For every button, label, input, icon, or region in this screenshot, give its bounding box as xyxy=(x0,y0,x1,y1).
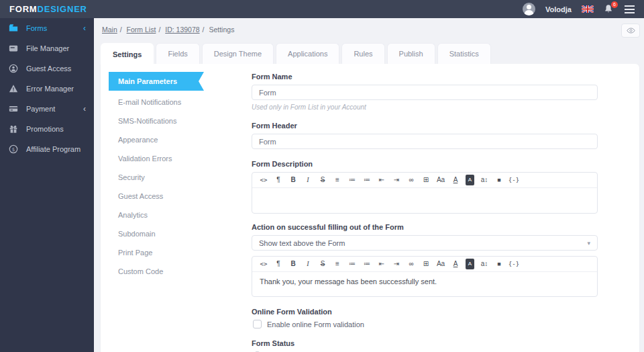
tab-fields[interactable]: Fields xyxy=(156,43,199,64)
form-description-textarea[interactable] xyxy=(252,188,597,213)
checkbox-unchecked[interactable] xyxy=(253,320,262,328)
sidebar-item-affiliate-program[interactable]: $ Affiliate Program xyxy=(0,139,94,159)
logo-designer: DESIGNER xyxy=(37,4,87,14)
subnav-sms-notifications[interactable]: SMS-Notifications xyxy=(109,112,204,130)
bold-icon[interactable]: B xyxy=(286,175,301,185)
italic-icon[interactable]: I xyxy=(301,175,315,185)
variables-icon[interactable]: {-} xyxy=(506,259,521,269)
username-label[interactable]: Volodja xyxy=(545,5,572,13)
align-left-icon[interactable]: ≡ xyxy=(330,259,345,269)
breadcrumb-main[interactable]: Main xyxy=(102,26,117,34)
menu-hamburger-icon[interactable] xyxy=(625,5,635,13)
link-icon[interactable]: ∞ xyxy=(404,259,419,269)
ordered-list-icon[interactable]: ≔ xyxy=(360,175,374,185)
checkbox-label: Enable online Form validation xyxy=(267,320,364,328)
sidebar-item-forms[interactable]: Forms ‹ xyxy=(0,18,94,38)
form-header-label: Form Header xyxy=(252,122,598,130)
paragraph-icon[interactable]: ¶ xyxy=(271,259,286,269)
sidebar-item-label: Affiliate Program xyxy=(26,145,80,153)
success-message-editor: <> ¶ B I S ≡ ≔ ≔ ⇤ ⇥ ∞ ⊞ Aa A A a↕ ■ xyxy=(252,256,598,297)
ordered-list-icon[interactable]: ≔ xyxy=(360,259,374,269)
tab-statistics[interactable]: Statistics xyxy=(437,43,491,64)
outdent-icon[interactable]: ⇤ xyxy=(374,175,389,185)
line-height-icon[interactable]: a↕ xyxy=(477,175,492,185)
enable-validation-checkbox-row[interactable]: Enable online Form validation xyxy=(253,320,598,328)
form-tabs: Settings Fields Design Theme Application… xyxy=(101,43,491,64)
link-icon[interactable]: ∞ xyxy=(404,175,419,185)
code-view-icon[interactable]: <> xyxy=(256,175,271,185)
chevron-left-icon: ‹ xyxy=(83,24,86,33)
subnav-appearance[interactable]: Appearance xyxy=(109,130,204,149)
code-view-icon[interactable]: <> xyxy=(256,259,271,269)
tab-label: Publish xyxy=(399,50,423,58)
top-header: FORMDESIGNER Volodja 6 xyxy=(0,0,644,18)
promotions-icon xyxy=(8,124,19,134)
affiliate-icon: $ xyxy=(8,144,19,154)
svg-text:$: $ xyxy=(12,147,15,152)
sidebar-item-payment[interactable]: Payment ‹ xyxy=(0,99,94,119)
tab-label: Fields xyxy=(168,50,187,58)
sidebar-item-label: Payment xyxy=(26,105,55,113)
unordered-list-icon[interactable]: ≔ xyxy=(345,259,360,269)
notification-badge: 6 xyxy=(611,1,618,8)
app-logo[interactable]: FORMDESIGNER xyxy=(9,4,87,14)
background-color-icon[interactable]: A xyxy=(466,175,474,185)
main-sidebar: Forms ‹ File Manager Guest Access Error … xyxy=(0,18,94,352)
form-status-label: Form Status xyxy=(252,339,598,347)
align-left-icon[interactable]: ≡ xyxy=(330,175,345,185)
sidebar-item-error-manager[interactable]: Error Manager xyxy=(0,79,94,99)
unordered-list-icon[interactable]: ≔ xyxy=(345,175,360,185)
tab-design-theme[interactable]: Design Theme xyxy=(202,43,274,64)
background-color-icon[interactable]: A xyxy=(466,259,474,269)
breadcrumb-form-id[interactable]: ID: 139078 xyxy=(165,26,199,34)
subnav-custom-code[interactable]: Custom Code xyxy=(109,262,204,281)
tab-publish[interactable]: Publish xyxy=(387,43,435,64)
indent-icon[interactable]: ⇥ xyxy=(389,175,404,185)
success-message-textarea[interactable]: Thank you, your message has been success… xyxy=(252,272,597,296)
indent-icon[interactable]: ⇥ xyxy=(389,259,404,269)
breadcrumb-form-list[interactable]: Form List xyxy=(127,26,156,34)
subnav-guest-access[interactable]: Guest Access xyxy=(109,187,204,206)
bold-icon[interactable]: B xyxy=(286,259,301,269)
text-color-icon[interactable]: A xyxy=(448,259,463,269)
sidebar-item-promotions[interactable]: Promotions xyxy=(0,119,94,139)
outdent-icon[interactable]: ⇤ xyxy=(374,259,389,269)
tab-settings[interactable]: Settings xyxy=(101,43,154,64)
sidebar-item-file-manager[interactable]: File Manager xyxy=(0,38,94,58)
action-select[interactable]: Show text above the Form ▾ xyxy=(252,235,598,251)
variables-icon[interactable]: {-} xyxy=(506,175,521,185)
line-height-icon[interactable]: a↕ xyxy=(477,259,492,269)
image-icon[interactable]: ■ xyxy=(492,259,506,269)
breadcrumb-current: Settings xyxy=(209,26,234,34)
font-size-icon[interactable]: Aa xyxy=(433,259,448,269)
tab-label: Settings xyxy=(113,50,142,58)
tab-applications[interactable]: Applications xyxy=(276,43,339,64)
form-header-input[interactable] xyxy=(252,134,598,149)
font-size-icon[interactable]: Aa xyxy=(433,175,448,185)
notifications-bell-icon[interactable]: 6 xyxy=(604,4,614,15)
strikethrough-icon[interactable]: S xyxy=(315,259,330,269)
image-icon[interactable]: ■ xyxy=(492,175,506,185)
italic-icon[interactable]: I xyxy=(301,259,315,269)
breadcrumb: Main/ Form List/ ID: 139078/ Settings xyxy=(102,26,234,34)
subnav-print-page[interactable]: Print Page xyxy=(109,243,204,262)
guest-access-icon xyxy=(8,64,19,73)
sidebar-item-guest-access[interactable]: Guest Access xyxy=(0,58,94,79)
subnav-subdomain[interactable]: Subdomain xyxy=(109,224,204,243)
subnav-security[interactable]: Security xyxy=(109,168,204,187)
preview-button[interactable] xyxy=(621,24,640,38)
text-color-icon[interactable]: A xyxy=(448,175,463,185)
subnav-main-parameters[interactable]: Main Parameters xyxy=(109,72,204,91)
form-name-input[interactable] xyxy=(252,85,598,100)
language-flag-icon[interactable] xyxy=(582,5,594,13)
paragraph-icon[interactable]: ¶ xyxy=(271,175,286,185)
subnav-analytics[interactable]: Analytics xyxy=(109,206,204,224)
strikethrough-icon[interactable]: S xyxy=(315,175,330,185)
tab-rules[interactable]: Rules xyxy=(341,43,384,64)
table-icon[interactable]: ⊞ xyxy=(419,175,433,185)
user-avatar[interactable] xyxy=(523,3,535,15)
subnav-email-notifications[interactable]: E-mail Notifications xyxy=(109,93,204,112)
form-description-editor: <> ¶ B I S ≡ ≔ ≔ ⇤ ⇥ ∞ ⊞ Aa A A a↕ ■ xyxy=(252,172,598,214)
subnav-validation-errors[interactable]: Validation Errors xyxy=(109,149,204,168)
table-icon[interactable]: ⊞ xyxy=(419,259,433,269)
